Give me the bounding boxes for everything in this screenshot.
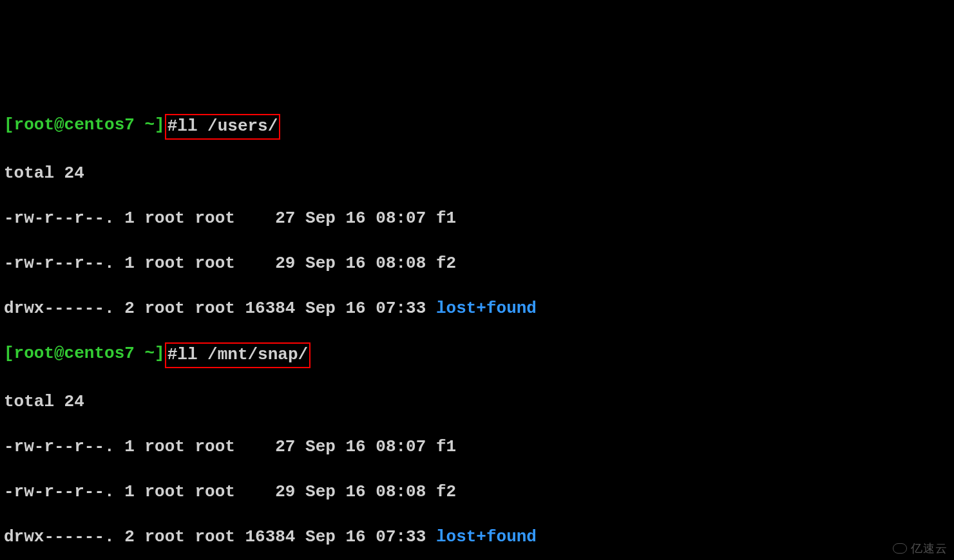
cloud-icon: [893, 543, 907, 554]
prompt-sep: [135, 344, 145, 363]
ls-dirname: lost+found: [436, 299, 537, 318]
prompt-bracket-open: [: [4, 115, 14, 135]
line-cmd-1: [root@centos7 ~]#ll /users/: [4, 114, 950, 139]
prompt-bracket-close: ]: [155, 115, 165, 135]
prompt-sep: [135, 115, 145, 135]
output-total: total 24: [4, 391, 950, 413]
prompt-bracket-open: [: [4, 344, 14, 363]
prompt-bracket-close: ]: [155, 344, 165, 363]
ls-row-perm: drwx------. 2 root root 16384 Sep 16 07:…: [4, 299, 436, 318]
prompt-cwd: ~: [144, 115, 155, 135]
ls-row: -rw-r--r--. 1 root root 29 Sep 16 08:08 …: [4, 481, 950, 503]
prompt-cwd: ~: [144, 344, 155, 363]
prompt-user-host: root@centos7: [14, 115, 135, 135]
watermark-text: 亿速云: [911, 541, 948, 556]
terminal-output[interactable]: [root@centos7 ~]#ll /users/ total 24 -rw…: [4, 91, 950, 560]
ls-row: -rw-r--r--. 1 root root 27 Sep 16 08:07 …: [4, 436, 950, 458]
output-total: total 24: [4, 162, 950, 185]
prompt-user-host: root@centos7: [14, 344, 135, 363]
highlighted-command: #ll /users/: [165, 114, 281, 139]
ls-row-perm: drwx------. 2 root root 16384 Sep 16 07:…: [4, 527, 436, 546]
prompt-hash: #: [167, 117, 178, 136]
prompt-hash: #: [167, 345, 178, 364]
ls-row: drwx------. 2 root root 16384 Sep 16 07:…: [4, 297, 950, 320]
command-text: ll /mnt/snap/: [177, 345, 308, 364]
highlighted-command: #ll /mnt/snap/: [165, 342, 310, 368]
watermark: 亿速云: [893, 541, 948, 556]
command-text: ll /users/: [177, 117, 278, 136]
ls-row: drwx------. 2 root root 16384 Sep 16 07:…: [4, 526, 950, 548]
ls-dirname: lost+found: [436, 527, 537, 546]
line-cmd-2: [root@centos7 ~]#ll /mnt/snap/: [4, 342, 950, 368]
ls-row: -rw-r--r--. 1 root root 29 Sep 16 08:08 …: [4, 252, 950, 275]
ls-row: -rw-r--r--. 1 root root 27 Sep 16 08:07 …: [4, 207, 950, 230]
